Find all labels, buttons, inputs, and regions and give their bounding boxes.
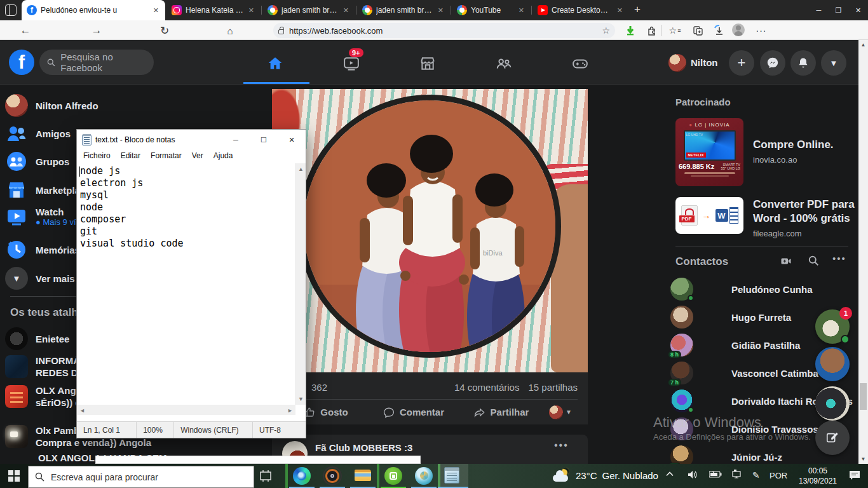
nav-groups-tab[interactable] bbox=[471, 48, 537, 79]
tab-instagram[interactable]: Helena Kateia (@h_kat ✕ bbox=[166, 0, 261, 20]
comment-button[interactable]: Comentar bbox=[370, 402, 458, 423]
scroll-up-arrow[interactable]: ▲ bbox=[858, 40, 868, 50]
tab-close-icon[interactable]: ✕ bbox=[616, 6, 624, 15]
comment-as-selector[interactable]: ▼ bbox=[549, 405, 572, 419]
idm-download-extension-icon[interactable] bbox=[623, 24, 638, 37]
refresh-icon[interactable]: ↻ bbox=[157, 23, 172, 38]
language-indicator[interactable]: POR bbox=[770, 471, 787, 480]
address-bar[interactable]: https://web.facebook.com ☆ bbox=[273, 23, 615, 38]
vertical-tabs-icon[interactable] bbox=[5, 4, 17, 16]
contacts-search-icon[interactable] bbox=[808, 255, 819, 266]
media-app-taskbar-icon[interactable] bbox=[323, 467, 341, 485]
chat-head[interactable] bbox=[815, 347, 850, 381]
window-minimize-button[interactable]: ─ bbox=[809, 0, 829, 20]
browser-menu-icon[interactable]: ··· bbox=[754, 24, 769, 37]
profile-avatar[interactable] bbox=[668, 54, 686, 72]
tab-close-icon[interactable]: ✕ bbox=[152, 6, 160, 15]
nav-marketplace-tab[interactable] bbox=[395, 48, 461, 79]
add-favorite-star-icon[interactable]: ☆ bbox=[602, 25, 610, 36]
account-chevron-icon[interactable]: ▼ bbox=[821, 50, 846, 76]
battery-icon[interactable] bbox=[709, 471, 722, 478]
notifications-bell-icon[interactable] bbox=[790, 50, 816, 76]
share-count[interactable]: 15 partilhas bbox=[528, 382, 578, 393]
notepad-close-button[interactable]: ✕ bbox=[278, 130, 306, 150]
extension-icon[interactable] bbox=[644, 24, 659, 37]
forward-icon[interactable]: → bbox=[89, 23, 104, 38]
nav-gaming-tab[interactable] bbox=[547, 48, 613, 79]
scroll-down-arrow[interactable]: ▼ bbox=[858, 454, 868, 464]
scroll-up-arrow[interactable]: ▲ bbox=[298, 166, 304, 172]
browser-scrollbar[interactable]: ▲ ▼ bbox=[858, 40, 868, 464]
ad-domain[interactable]: fileeagle.com bbox=[753, 229, 802, 238]
tab-close-icon[interactable]: ✕ bbox=[517, 6, 526, 15]
ad-pdf-image[interactable]: PDF → W bbox=[675, 197, 743, 234]
home-icon[interactable]: ⌂ bbox=[222, 23, 238, 38]
scroll-left-arrow[interactable]: ◄ bbox=[79, 407, 85, 414]
chat-head[interactable]: 1 bbox=[815, 309, 850, 344]
ad-domain[interactable]: inovia.co.ao bbox=[753, 155, 797, 165]
task-view-button[interactable] bbox=[259, 470, 272, 482]
page-name[interactable]: Fã Club MOBBERS :3 bbox=[315, 442, 412, 453]
taskbar-weather[interactable]: 23°C Ger. Nublado bbox=[553, 468, 658, 483]
downloads-icon[interactable] bbox=[712, 24, 727, 37]
volume-icon[interactable] bbox=[688, 470, 698, 479]
scroll-right-arrow[interactable]: ► bbox=[287, 407, 293, 414]
like-count[interactable]: 362 bbox=[311, 382, 327, 393]
new-tab-button[interactable]: + bbox=[634, 3, 641, 16]
notepad-minimize-button[interactable]: ─ bbox=[222, 130, 250, 150]
facebook-search-input[interactable]: Pesquisa no Facebook bbox=[39, 50, 154, 75]
share-button[interactable]: Partilhar bbox=[458, 402, 545, 423]
notepad-titlebar[interactable]: text.txt - Bloco de notas ─ ☐ ✕ bbox=[77, 130, 306, 150]
new-room-icon[interactable] bbox=[780, 255, 792, 267]
menu-editar[interactable]: Editar bbox=[116, 150, 146, 163]
collections-icon[interactable] bbox=[690, 24, 705, 37]
chat-head[interactable] bbox=[815, 386, 850, 421]
notepad-vertical-scrollbar[interactable]: ▲ ▼ bbox=[295, 163, 306, 405]
menu-ver[interactable]: Ver bbox=[187, 150, 208, 163]
taskbar-clock[interactable]: 00:05 13/09/2021 bbox=[793, 466, 843, 486]
menu-formatar[interactable]: Formatar bbox=[146, 150, 187, 163]
taskbar-search-box[interactable]: Escreva aqui para procurar bbox=[28, 466, 254, 488]
action-center-icon[interactable] bbox=[849, 470, 860, 480]
contact-row[interactable]: Peludóneo Cunha bbox=[670, 275, 848, 303]
menu-ajuda[interactable]: Ajuda bbox=[208, 150, 238, 163]
ad-headline[interactable]: Converter PDF para Word - 100% grátis bbox=[753, 198, 855, 226]
edge-taskbar-icon[interactable] bbox=[293, 467, 311, 485]
ad-headline[interactable]: Compre Online. bbox=[753, 139, 848, 151]
tab-close-icon[interactable]: ✕ bbox=[342, 6, 350, 15]
tab-close-icon[interactable]: ✕ bbox=[247, 6, 255, 15]
profile-name[interactable]: Nilton bbox=[691, 57, 718, 68]
pen-icon[interactable]: ✎ bbox=[752, 470, 760, 480]
tab-google-search-1[interactable]: jaden smith braids – P ✕ bbox=[262, 0, 355, 20]
teal-app-taskbar-icon[interactable] bbox=[415, 467, 433, 485]
notepad-horizontal-scrollbar[interactable]: ◄ ► bbox=[77, 405, 295, 415]
notepad-maximize-button[interactable]: ☐ bbox=[250, 130, 278, 150]
window-close-button[interactable]: ✕ bbox=[848, 0, 868, 20]
sidebar-item-profile[interactable]: Nilton Alfredo bbox=[5, 94, 266, 117]
file-explorer-taskbar-icon[interactable] bbox=[354, 467, 372, 485]
tray-chevron-icon[interactable] bbox=[666, 471, 674, 477]
start-button[interactable] bbox=[8, 470, 20, 482]
nav-home-tab[interactable] bbox=[242, 48, 308, 79]
menu-ficheiro[interactable]: Ficheiro bbox=[78, 150, 116, 163]
tab-facebook[interactable]: f Peludóneo enviou-te u ✕ bbox=[22, 0, 165, 20]
tab-close-icon[interactable]: ✕ bbox=[437, 6, 445, 15]
contacts-menu-icon[interactable]: ••• bbox=[832, 253, 846, 264]
tab-google-search-2[interactable]: jaden smith braids - P ✕ bbox=[357, 0, 450, 20]
comment-count[interactable]: 14 comentários bbox=[454, 382, 520, 393]
notepad-text-area[interactable]: node js electron js mysql node composer … bbox=[77, 163, 295, 405]
window-restore-button[interactable]: ❐ bbox=[829, 0, 848, 20]
network-icon[interactable] bbox=[732, 470, 742, 478]
browser-profile-avatar[interactable] bbox=[732, 24, 745, 36]
back-icon[interactable]: ← bbox=[18, 23, 33, 38]
favorites-icon[interactable]: ☆≡ bbox=[667, 24, 682, 37]
active-app-highlight[interactable] bbox=[438, 464, 468, 488]
facebook-logo[interactable]: f bbox=[9, 50, 34, 75]
tab-youtube-video[interactable]: Create Desktop Applic ✕ bbox=[532, 0, 629, 20]
new-message-button[interactable] bbox=[815, 421, 850, 455]
post-menu-icon[interactable]: ••• bbox=[554, 440, 569, 451]
green-app-taskbar-icon[interactable] bbox=[384, 467, 402, 485]
tab-youtube-search[interactable]: YouTube ✕ bbox=[452, 0, 531, 20]
post-image[interactable]: biDiva bbox=[272, 89, 588, 372]
messenger-icon[interactable] bbox=[760, 50, 785, 76]
